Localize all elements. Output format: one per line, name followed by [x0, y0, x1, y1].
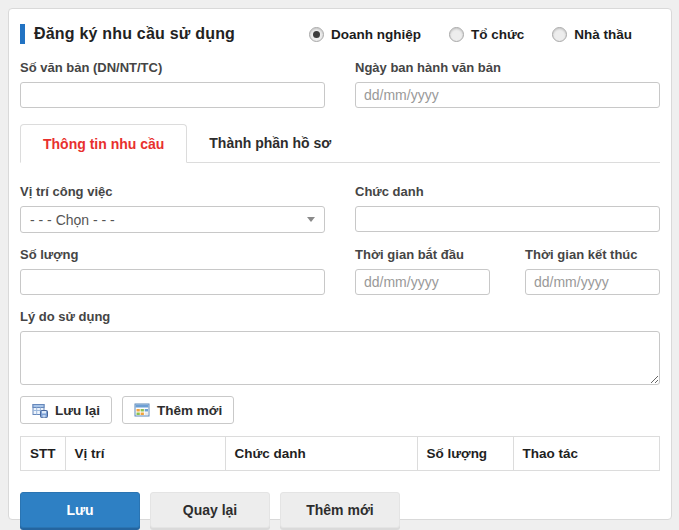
vi-tri-cong-viec-label: Vị trí công việc: [20, 184, 325, 199]
table-save-icon: [32, 402, 48, 418]
luu-button[interactable]: Lưu: [20, 492, 140, 528]
them-moi-inline-button-label: Thêm mới: [157, 403, 222, 418]
table-header-thao-tac: Thao tác: [513, 437, 660, 471]
ly-do-su-dung-textarea[interactable]: [20, 331, 660, 385]
footer-actions-row: Lưu Quay lại Thêm mới: [20, 492, 660, 528]
thoi-gian-bat-dau-input[interactable]: [355, 269, 490, 295]
table-header-so-luong: Số lượng: [417, 437, 513, 471]
radio-unselected-icon[interactable]: [449, 27, 464, 42]
position-row: Vị trí công việc - - - Chọn - - - Chức d…: [20, 184, 660, 233]
radio-option-to-chuc[interactable]: Tổ chức: [449, 27, 524, 42]
so-van-ban-input[interactable]: [20, 82, 325, 108]
tab-content-thong-tin-nhu-cau: Vị trí công việc - - - Chọn - - - Chức d…: [20, 163, 660, 528]
vi-tri-cong-viec-select[interactable]: - - - Chọn - - -: [20, 206, 325, 233]
table-add-icon: [134, 402, 150, 418]
chuc-danh-label: Chức danh: [355, 184, 660, 199]
title-accent-bar: [20, 24, 25, 44]
thoi-gian-bat-dau-label: Thời gian bắt đầu: [355, 247, 490, 262]
tab-bar: Thông tin nhu cầu Thành phần hồ sơ: [20, 124, 660, 163]
thoi-gian-ket-thuc-label: Thời gian kết thúc: [525, 247, 660, 262]
table-header-stt: STT: [21, 437, 66, 471]
so-luong-label: Số lượng: [20, 247, 325, 262]
radio-label: Doanh nghiệp: [331, 27, 421, 42]
entity-type-radio-group: Doanh nghiệp Tổ chức Nhà thầu: [309, 27, 632, 42]
table-header-chuc-danh: Chức danh: [225, 437, 417, 471]
so-van-ban-label: Số văn bản (DN/NT/TC): [20, 60, 325, 75]
radio-option-nha-thau[interactable]: Nhà thầu: [552, 27, 632, 42]
page-title: Đăng ký nhu cầu sử dụng: [34, 25, 235, 43]
radio-selected-icon[interactable]: [309, 27, 324, 42]
header-row: Đăng ký nhu cầu sử dụng Doanh nghiệp Tổ …: [20, 23, 660, 45]
form-card: Đăng ký nhu cầu sử dụng Doanh nghiệp Tổ …: [8, 8, 672, 520]
results-table: STT Vị trí Chức danh Số lượng Thao tác: [20, 436, 660, 471]
tab-thong-tin-nhu-cau[interactable]: Thông tin nhu cầu: [20, 124, 187, 163]
them-moi-inline-button[interactable]: Thêm mới: [122, 396, 234, 424]
thoi-gian-ket-thuc-input[interactable]: [525, 269, 660, 295]
chevron-down-icon: [307, 217, 315, 222]
radio-unselected-icon[interactable]: [552, 27, 567, 42]
inline-actions-row: Lưu lại Thêm mới: [20, 396, 660, 424]
so-luong-input[interactable]: [20, 269, 325, 295]
table-header-vi-tri: Vị trí: [65, 437, 225, 471]
quay-lai-button[interactable]: Quay lại: [150, 492, 270, 528]
radio-label: Tổ chức: [471, 27, 524, 42]
table-header-row: STT Vị trí Chức danh Số lượng Thao tác: [21, 437, 660, 471]
them-moi-button[interactable]: Thêm mới: [280, 492, 400, 528]
ngay-ban-hanh-input[interactable]: [355, 82, 660, 108]
select-value: - - - Chọn - - -: [30, 212, 115, 228]
quantity-dates-row: Số lượng Thời gian bắt đầu Thời gian kết…: [20, 247, 660, 295]
tab-thanh-phan-ho-so[interactable]: Thành phần hồ sơ: [187, 124, 353, 162]
radio-option-doanh-nghiep[interactable]: Doanh nghiệp: [309, 27, 421, 42]
chuc-danh-input[interactable]: [355, 206, 660, 232]
reason-row: Lý do sử dụng: [20, 309, 660, 385]
luu-lai-button-label: Lưu lại: [55, 403, 100, 418]
ngay-ban-hanh-label: Ngày ban hành văn bản: [355, 60, 660, 75]
luu-lai-button[interactable]: Lưu lại: [20, 396, 112, 424]
document-fields-row: Số văn bản (DN/NT/TC) Ngày ban hành văn …: [20, 60, 660, 108]
ly-do-su-dung-label: Lý do sử dụng: [20, 309, 660, 324]
radio-label: Nhà thầu: [574, 27, 632, 42]
